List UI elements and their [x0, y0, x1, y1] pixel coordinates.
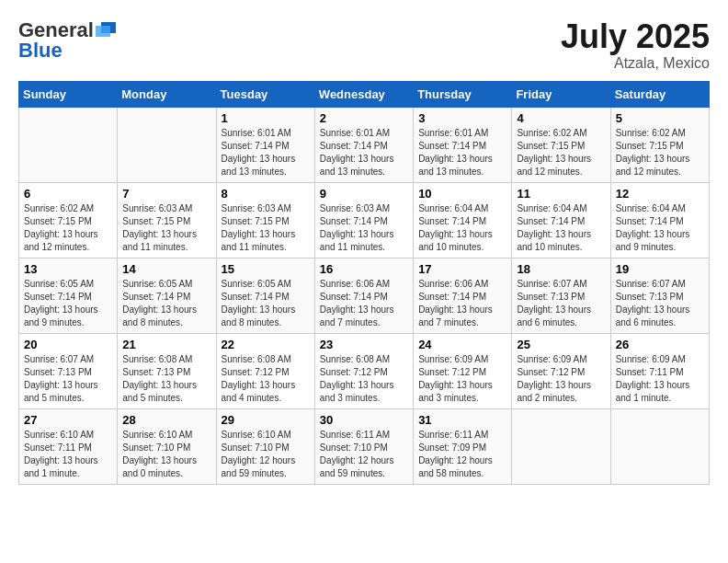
calendar-cell: 29Sunrise: 6:10 AM Sunset: 7:10 PM Dayli… [216, 408, 314, 484]
calendar-cell: 16Sunrise: 6:06 AM Sunset: 7:14 PM Dayli… [314, 258, 413, 333]
day-number: 3 [418, 111, 506, 125]
calendar-cell: 3Sunrise: 6:01 AM Sunset: 7:14 PM Daylig… [414, 107, 512, 182]
day-number: 25 [517, 338, 605, 351]
day-number: 2 [320, 111, 408, 125]
day-number: 17 [418, 262, 506, 276]
day-number: 26 [616, 338, 704, 351]
day-number: 12 [616, 187, 704, 201]
col-header-friday: Friday [512, 81, 610, 107]
day-number: 27 [24, 413, 112, 427]
day-detail: Sunrise: 6:10 AM Sunset: 7:10 PM Dayligh… [222, 430, 296, 478]
calendar-cell: 26Sunrise: 6:09 AM Sunset: 7:11 PM Dayli… [610, 333, 709, 408]
day-number: 31 [418, 413, 506, 427]
day-number: 8 [222, 187, 310, 201]
col-header-wednesday: Wednesday [314, 81, 413, 107]
calendar-cell: 12Sunrise: 6:04 AM Sunset: 7:14 PM Dayli… [610, 182, 709, 258]
day-detail: Sunrise: 6:04 AM Sunset: 7:14 PM Dayligh… [616, 203, 690, 252]
day-detail: Sunrise: 6:06 AM Sunset: 7:14 PM Dayligh… [418, 279, 493, 327]
calendar-cell: 7Sunrise: 6:03 AM Sunset: 7:15 PM Daylig… [118, 182, 216, 258]
calendar-cell: 8Sunrise: 6:03 AM Sunset: 7:15 PM Daylig… [216, 182, 314, 258]
day-number: 9 [320, 187, 408, 201]
day-detail: Sunrise: 6:08 AM Sunset: 7:13 PM Dayligh… [122, 354, 197, 403]
day-number: 10 [418, 187, 506, 201]
calendar-cell: 18Sunrise: 6:07 AM Sunset: 7:13 PM Dayli… [512, 258, 610, 333]
calendar-subtitle: Atzala, Mexico [561, 55, 710, 72]
calendar-cell: 28Sunrise: 6:10 AM Sunset: 7:10 PM Dayli… [118, 408, 216, 484]
week-row-2: 6Sunrise: 6:02 AM Sunset: 7:15 PM Daylig… [19, 182, 710, 258]
calendar-cell: 11Sunrise: 6:04 AM Sunset: 7:14 PM Dayli… [512, 182, 610, 258]
calendar-cell: 15Sunrise: 6:05 AM Sunset: 7:14 PM Dayli… [216, 258, 314, 333]
day-number: 15 [222, 262, 310, 276]
day-number: 4 [517, 111, 605, 125]
day-detail: Sunrise: 6:08 AM Sunset: 7:12 PM Dayligh… [222, 354, 296, 403]
day-detail: Sunrise: 6:09 AM Sunset: 7:12 PM Dayligh… [517, 354, 591, 403]
col-header-monday: Monday [118, 81, 216, 107]
calendar-cell: 17Sunrise: 6:06 AM Sunset: 7:14 PM Dayli… [414, 258, 512, 333]
day-number: 1 [222, 111, 310, 125]
day-number: 19 [616, 262, 704, 276]
day-detail: Sunrise: 6:11 AM Sunset: 7:09 PM Dayligh… [418, 430, 493, 478]
day-number: 20 [24, 338, 112, 351]
day-number: 29 [222, 413, 310, 427]
calendar-cell: 25Sunrise: 6:09 AM Sunset: 7:12 PM Dayli… [512, 333, 610, 408]
week-row-3: 13Sunrise: 6:05 AM Sunset: 7:14 PM Dayli… [19, 258, 710, 333]
col-header-thursday: Thursday [414, 81, 512, 107]
day-number: 24 [418, 338, 506, 351]
svg-marker-1 [96, 26, 110, 37]
calendar-cell: 1Sunrise: 6:01 AM Sunset: 7:14 PM Daylig… [216, 107, 314, 182]
title-block: July 2025 Atzala, Mexico [561, 18, 710, 72]
calendar-cell [19, 107, 118, 182]
day-detail: Sunrise: 6:09 AM Sunset: 7:11 PM Dayligh… [616, 354, 690, 403]
col-header-saturday: Saturday [610, 81, 709, 107]
calendar-cell: 10Sunrise: 6:04 AM Sunset: 7:14 PM Dayli… [414, 182, 512, 258]
calendar-cell: 21Sunrise: 6:08 AM Sunset: 7:13 PM Dayli… [118, 333, 216, 408]
calendar-cell: 5Sunrise: 6:02 AM Sunset: 7:15 PM Daylig… [610, 107, 709, 182]
col-header-tuesday: Tuesday [216, 81, 314, 107]
calendar-cell: 22Sunrise: 6:08 AM Sunset: 7:12 PM Dayli… [216, 333, 314, 408]
day-number: 22 [222, 338, 310, 351]
day-detail: Sunrise: 6:03 AM Sunset: 7:14 PM Dayligh… [320, 203, 394, 252]
day-number: 7 [122, 187, 210, 201]
day-detail: Sunrise: 6:03 AM Sunset: 7:15 PM Dayligh… [222, 203, 296, 252]
calendar-cell [610, 408, 709, 484]
day-number: 18 [517, 262, 605, 276]
day-number: 13 [24, 262, 112, 276]
calendar-table: SundayMondayTuesdayWednesdayThursdayFrid… [18, 81, 710, 485]
day-detail: Sunrise: 6:07 AM Sunset: 7:13 PM Dayligh… [616, 279, 690, 327]
week-row-1: 1Sunrise: 6:01 AM Sunset: 7:14 PM Daylig… [19, 107, 710, 182]
day-number: 28 [122, 413, 210, 427]
page-header: General Blue July 2025 Atzala, Mexico [18, 18, 710, 72]
day-number: 14 [122, 262, 210, 276]
day-detail: Sunrise: 6:05 AM Sunset: 7:14 PM Dayligh… [222, 279, 296, 327]
day-number: 11 [517, 187, 605, 201]
day-detail: Sunrise: 6:10 AM Sunset: 7:10 PM Dayligh… [122, 430, 197, 478]
day-detail: Sunrise: 6:07 AM Sunset: 7:13 PM Dayligh… [24, 354, 98, 403]
day-detail: Sunrise: 6:06 AM Sunset: 7:14 PM Dayligh… [320, 279, 394, 327]
day-detail: Sunrise: 6:01 AM Sunset: 7:14 PM Dayligh… [320, 128, 394, 177]
calendar-cell: 23Sunrise: 6:08 AM Sunset: 7:12 PM Dayli… [314, 333, 413, 408]
day-detail: Sunrise: 6:05 AM Sunset: 7:14 PM Dayligh… [24, 279, 98, 327]
calendar-cell: 27Sunrise: 6:10 AM Sunset: 7:11 PM Dayli… [19, 408, 118, 484]
day-detail: Sunrise: 6:10 AM Sunset: 7:11 PM Dayligh… [24, 430, 98, 478]
calendar-cell: 14Sunrise: 6:05 AM Sunset: 7:14 PM Dayli… [118, 258, 216, 333]
day-number: 23 [320, 338, 408, 351]
day-number: 30 [320, 413, 408, 427]
day-detail: Sunrise: 6:04 AM Sunset: 7:14 PM Dayligh… [517, 203, 591, 252]
week-row-4: 20Sunrise: 6:07 AM Sunset: 7:13 PM Dayli… [19, 333, 710, 408]
day-detail: Sunrise: 6:09 AM Sunset: 7:12 PM Dayligh… [418, 354, 493, 403]
calendar-cell: 6Sunrise: 6:02 AM Sunset: 7:15 PM Daylig… [19, 182, 118, 258]
day-number: 21 [122, 338, 210, 351]
calendar-cell [118, 107, 216, 182]
logo-icon [96, 22, 116, 39]
day-number: 5 [616, 111, 704, 125]
logo-blue: Blue [18, 39, 63, 63]
day-detail: Sunrise: 6:03 AM Sunset: 7:15 PM Dayligh… [122, 203, 197, 252]
calendar-cell: 31Sunrise: 6:11 AM Sunset: 7:09 PM Dayli… [414, 408, 512, 484]
day-detail: Sunrise: 6:07 AM Sunset: 7:13 PM Dayligh… [517, 279, 591, 327]
day-detail: Sunrise: 6:04 AM Sunset: 7:14 PM Dayligh… [418, 203, 493, 252]
calendar-header-row: SundayMondayTuesdayWednesdayThursdayFrid… [19, 81, 710, 107]
day-detail: Sunrise: 6:02 AM Sunset: 7:15 PM Dayligh… [517, 128, 591, 177]
calendar-title: July 2025 [561, 18, 710, 55]
calendar-cell: 20Sunrise: 6:07 AM Sunset: 7:13 PM Dayli… [19, 333, 118, 408]
calendar-cell: 30Sunrise: 6:11 AM Sunset: 7:10 PM Dayli… [314, 408, 413, 484]
